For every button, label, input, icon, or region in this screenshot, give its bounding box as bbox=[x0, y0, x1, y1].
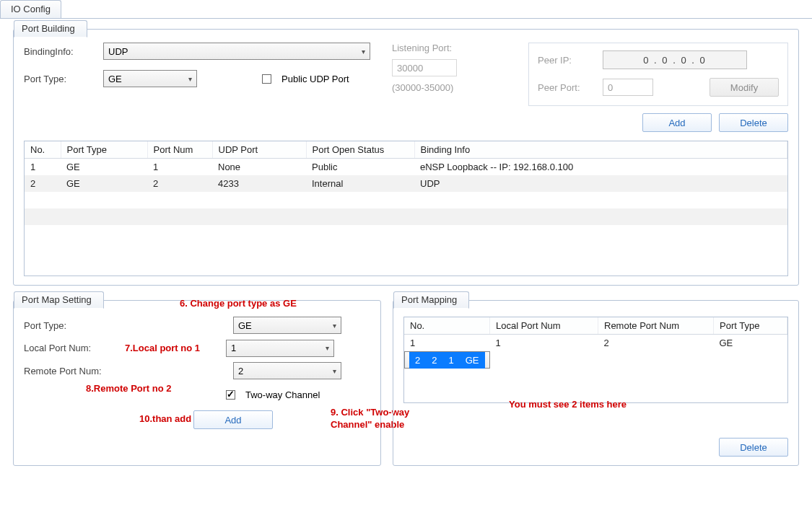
port-type-value: GE bbox=[108, 74, 122, 84]
col-porttype: Port Type bbox=[61, 141, 147, 159]
two-way-label: Two-way Channel bbox=[245, 389, 320, 400]
modify-button[interactable]: Modify bbox=[710, 78, 779, 97]
port-type-select[interactable]: GE ▾ bbox=[103, 70, 197, 87]
checkbox-icon bbox=[262, 74, 271, 84]
chevron-down-icon: ▾ bbox=[188, 75, 192, 83]
annotation-must: You must see 2 items here bbox=[509, 399, 627, 410]
port-grid[interactable]: No. Port Type Port Num UDP Port Port Ope… bbox=[24, 141, 788, 276]
col-portnum: Port Num bbox=[147, 141, 212, 159]
peer-ip-label: Peer IP: bbox=[538, 55, 595, 66]
chevron-down-icon: ▾ bbox=[326, 344, 329, 352]
pms-local-port-label: Local Port Num: bbox=[24, 343, 118, 353]
annotation-8: 8.Remote Port no 2 bbox=[86, 383, 171, 394]
pms-remote-port-value: 2 bbox=[238, 366, 243, 376]
pm-col-remote: Remote Port Num bbox=[598, 317, 714, 335]
public-udp-checkbox[interactable]: Public UDP Port bbox=[262, 74, 349, 84]
listening-port-label: Listening Port: bbox=[392, 43, 457, 53]
listening-port-range: (30000-35000) bbox=[392, 82, 457, 93]
port-mapping-legend: Port Mapping bbox=[393, 291, 469, 309]
chevron-down-icon: ▾ bbox=[333, 322, 336, 330]
binding-info-value: UDP bbox=[108, 46, 128, 57]
table-row[interactable]: 2 GE 2 4233 Internal UDP bbox=[25, 175, 787, 192]
col-udpport: UDP Port bbox=[212, 141, 306, 159]
port-mapping-grid[interactable]: No. Local Port Num Remote Port Num Port … bbox=[403, 317, 788, 403]
public-udp-label: Public UDP Port bbox=[281, 74, 349, 84]
two-way-checkbox[interactable]: Two-way Channel bbox=[226, 389, 320, 400]
peer-port-value: 0 bbox=[608, 82, 613, 93]
pms-local-port-select[interactable]: 1 ▾ bbox=[226, 340, 334, 357]
main-tab-strip: IO Config bbox=[0, 0, 812, 19]
table-row[interactable]: 2 2 1 GE bbox=[404, 351, 490, 369]
grid-header-row: No. Port Type Port Num UDP Port Port Ope… bbox=[25, 141, 787, 159]
listening-port-value: 30000 bbox=[397, 63, 423, 74]
table-row bbox=[25, 225, 787, 242]
peer-ip-input[interactable]: 0 . 0 . 0 . 0 bbox=[603, 50, 747, 69]
grid-header-row: No. Local Port Num Remote Port Num Port … bbox=[404, 317, 787, 335]
peer-box: Peer IP: 0 . 0 . 0 . 0 Peer Port: 0 Modi… bbox=[528, 43, 788, 106]
pms-remote-port-label: Remote Port Num: bbox=[24, 366, 226, 376]
binding-info-select[interactable]: UDP ▾ bbox=[103, 43, 370, 60]
port-type-label: Port Type: bbox=[24, 74, 96, 84]
table-row[interactable]: 1 1 2 GE bbox=[404, 335, 787, 352]
pm-delete-button[interactable]: Delete bbox=[719, 438, 788, 457]
pms-port-type-label: Port Type: bbox=[24, 320, 226, 331]
port-building-fieldset: Port Building BindingInfo: UDP ▾ Port Ty… bbox=[13, 29, 799, 286]
port-mapping-fieldset: Port Mapping No. Local Port Num Remote P… bbox=[393, 300, 799, 466]
pms-add-button[interactable]: Add bbox=[193, 410, 273, 429]
pms-port-type-select[interactable]: GE ▾ bbox=[233, 317, 341, 334]
tab-io-config[interactable]: IO Config bbox=[0, 0, 61, 18]
table-row bbox=[25, 192, 787, 208]
delete-button[interactable]: Delete bbox=[719, 113, 788, 132]
port-map-setting-legend: Port Map Setting bbox=[14, 291, 104, 309]
port-building-legend: Port Building bbox=[14, 20, 87, 38]
port-map-setting-fieldset: Port Map Setting 6. Change port type as … bbox=[13, 300, 381, 466]
peer-port-label: Peer Port: bbox=[538, 82, 595, 93]
add-button[interactable]: Add bbox=[642, 113, 712, 132]
col-binding: Binding Info bbox=[414, 141, 787, 159]
col-status: Port Open Status bbox=[306, 141, 414, 159]
chevron-down-icon: ▾ bbox=[333, 367, 336, 375]
binding-info-label: BindingInfo: bbox=[24, 46, 96, 57]
peer-ip-value: 0 . 0 . 0 . 0 bbox=[643, 55, 706, 66]
pms-port-type-value: GE bbox=[238, 320, 252, 331]
pm-col-no: No. bbox=[404, 317, 490, 335]
checkbox-icon bbox=[226, 390, 235, 400]
pms-remote-port-select[interactable]: 2 ▾ bbox=[233, 362, 341, 379]
chevron-down-icon: ▾ bbox=[362, 48, 365, 56]
annotation-10: 10.than add bbox=[139, 413, 191, 424]
pm-col-local: Local Port Num bbox=[490, 317, 598, 335]
table-row bbox=[25, 208, 787, 225]
annotation-6: 6. Change port type as GE bbox=[180, 298, 297, 309]
pms-local-port-value: 1 bbox=[231, 343, 236, 353]
pm-col-type: Port Type bbox=[714, 317, 787, 335]
peer-port-input[interactable]: 0 bbox=[603, 79, 653, 96]
listening-port-input[interactable]: 30000 bbox=[392, 59, 457, 76]
table-row[interactable]: 1 GE 1 None Public eNSP Loopback -- IP: … bbox=[25, 159, 787, 176]
annotation-7: 7.Local port no 1 bbox=[125, 343, 200, 353]
col-no: No. bbox=[25, 141, 61, 159]
